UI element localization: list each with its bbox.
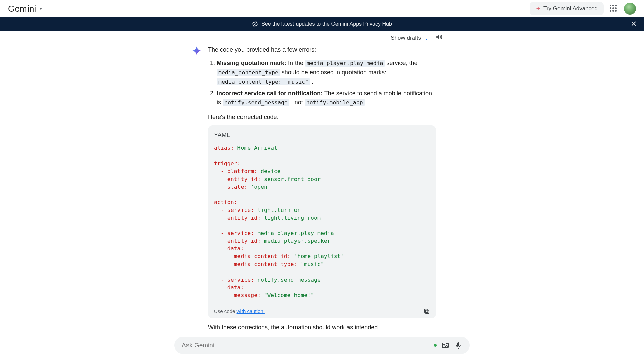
response-body: The code you provided has a few errors: … [208,45,436,333]
status-dot-icon [434,344,437,347]
chevron-down-icon: ⌄ [424,35,429,41]
prompt-shell [174,337,470,354]
code-content: alias: Home Arrival trigger: - platform:… [214,144,430,304]
header-right: ✦ Try Gemini Advanced [530,2,636,15]
code-caution-link[interactable]: with caution. [237,308,265,314]
code-footer: Use code with caution. [208,304,436,318]
error-title: Incorrect service call for notification: [217,90,323,97]
closing-text: With these corrections, the automation s… [208,323,436,333]
privacy-hub-link[interactable]: Gemini Apps Privacy Hub [331,21,392,27]
inline-code: media_content_type [217,69,280,76]
close-icon[interactable]: ✕ [631,20,637,28]
intro-text: The code you provided has a few errors: [208,45,436,55]
app-header: Gemini ▼ ✦ Try Gemini Advanced [0,0,644,17]
svg-rect-0 [426,310,429,313]
svg-rect-1 [424,309,428,312]
show-drafts-toggle[interactable]: Show drafts ⌄ [391,35,429,41]
code-block: YAML alias: Home Arrival trigger: - plat… [208,125,436,318]
gemini-star-icon [192,46,201,55]
list-item: Incorrect service call for notification:… [217,89,436,108]
chevron-down-icon: ▼ [39,6,43,11]
error-list: Missing quotation mark: In the media_pla… [208,59,436,107]
error-title: Missing quotation mark: [217,60,286,66]
corrected-label: Here's the corrected code: [208,113,436,122]
gemini-avatar [192,46,201,333]
svg-point-3 [444,344,445,345]
microphone-icon[interactable] [454,341,462,349]
code-language-label: YAML [214,131,430,140]
inline-code: media_player.play_media [305,60,385,67]
prompt-bar [174,337,470,354]
copy-icon[interactable] [423,308,430,315]
avatar[interactable] [624,3,636,15]
speaker-icon[interactable] [435,33,443,43]
try-advanced-label: Try Gemini Advanced [543,5,598,12]
try-advanced-button[interactable]: ✦ Try Gemini Advanced [530,2,604,15]
code-caution-prefix: Use code [214,308,237,314]
inline-code: notify.send_message [223,99,289,106]
sparkle-icon: ✦ [536,5,541,12]
logo-dropdown[interactable]: Gemini ▼ [8,4,43,14]
logo-text: Gemini [8,4,36,14]
prompt-input[interactable] [182,342,429,349]
show-drafts-label: Show drafts [391,35,421,41]
apps-grid-icon[interactable] [610,5,618,13]
inline-code: notify.mobile_app [305,99,365,106]
response-toolbar: Show drafts ⌄ [0,31,644,45]
svg-rect-4 [457,342,459,346]
inline-code: media_content_type: "music" [217,78,310,85]
verified-icon [252,21,258,27]
list-item: Missing quotation mark: In the media_pla… [217,59,436,87]
banner-prefix: See the latest updates to the [261,21,331,27]
image-upload-icon[interactable] [441,341,449,349]
privacy-banner: See the latest updates to the Gemini App… [0,17,644,31]
